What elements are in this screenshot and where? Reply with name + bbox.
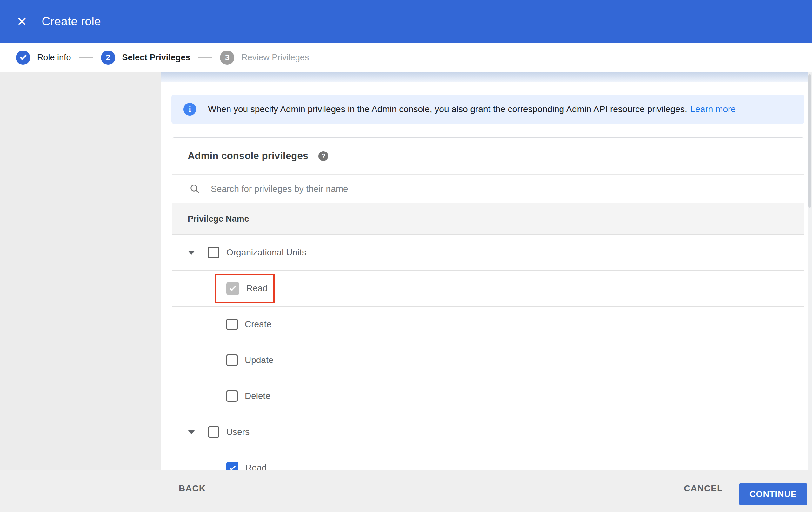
step-label-select-privileges: Select Privileges: [122, 53, 191, 62]
checkbox-delete[interactable]: [226, 390, 238, 402]
learn-more-link[interactable]: Learn more: [690, 104, 736, 114]
card-title: Admin console privileges: [187, 150, 308, 162]
checkbox-read[interactable]: [226, 462, 238, 470]
content-top-strip: [161, 73, 808, 82]
scrollbar[interactable]: [808, 73, 812, 470]
search-row: [172, 174, 804, 203]
page-title: Create role: [42, 15, 101, 28]
step-label-review-privileges: Review Privileges: [241, 53, 309, 62]
step-completed-check-icon: [16, 51, 30, 65]
privilege-label[interactable]: Delete: [245, 391, 270, 401]
privilege-row-create: Create: [172, 306, 804, 342]
privilege-label[interactable]: Create: [245, 319, 271, 329]
step-connector: [198, 57, 212, 58]
privilege-label[interactable]: Organizational Units: [226, 247, 306, 258]
close-icon[interactable]: ✕: [17, 15, 27, 28]
checkbox-create[interactable]: [226, 319, 238, 330]
check-icon: [230, 284, 236, 291]
table-header-row: Privilege Name: [172, 203, 804, 235]
checkbox-users[interactable]: [208, 426, 219, 438]
help-icon[interactable]: ?: [318, 151, 328, 161]
banner-text: When you specify Admin privileges in the…: [208, 104, 687, 114]
step-number-3: 3: [220, 51, 234, 65]
privilege-label[interactable]: Read: [246, 283, 268, 294]
step-connector: [79, 57, 93, 58]
privilege-row-organizational-units: Organizational Units: [172, 235, 804, 270]
privilege-row-update: Update: [172, 342, 804, 378]
privilege-label[interactable]: Update: [245, 355, 273, 365]
privilege-row-read: Read: [172, 270, 804, 306]
privilege-row-delete: Delete: [172, 378, 804, 414]
check-icon: [229, 464, 236, 470]
privilege-label[interactable]: Read: [245, 463, 267, 470]
left-panel: [0, 73, 161, 470]
highlight-box: Read: [214, 274, 274, 303]
cancel-button[interactable]: CANCEL: [684, 483, 723, 493]
stepper: Role info 2 Select Privileges 3 Review P…: [0, 43, 812, 73]
expand-arrow-icon[interactable]: [188, 430, 195, 434]
step-role-info[interactable]: Role info: [16, 51, 71, 65]
privilege-row-users: Users: [172, 414, 804, 450]
step-number-2: 2: [101, 51, 115, 65]
footer-bar: BACK CANCEL CONTINUE: [0, 470, 812, 512]
checkbox-update[interactable]: [226, 354, 238, 366]
back-button[interactable]: BACK: [179, 483, 206, 493]
privileges-card: Admin console privileges ? Privilege Nam…: [172, 137, 804, 470]
continue-button[interactable]: CONTINUE: [739, 483, 807, 505]
privilege-name-header: Privilege Name: [187, 214, 249, 224]
dialog-header: ✕ Create role: [0, 0, 812, 43]
step-review-privileges: 3 Review Privileges: [220, 51, 309, 65]
privilege-rows: Organizational UnitsReadCreateUpdateDele…: [172, 235, 804, 470]
card-header: Admin console privileges ?: [172, 137, 804, 174]
checkbox-read[interactable]: [226, 282, 239, 295]
privilege-row-read: Read: [172, 450, 804, 470]
expand-arrow-icon[interactable]: [188, 251, 195, 255]
search-input[interactable]: [211, 184, 655, 194]
step-label-role-info: Role info: [37, 53, 71, 62]
checkbox-organizational-units[interactable]: [208, 247, 219, 258]
privilege-label[interactable]: Users: [226, 427, 250, 437]
scrollbar-thumb[interactable]: [808, 74, 811, 208]
step-select-privileges[interactable]: 2 Select Privileges: [101, 51, 191, 65]
info-banner: i When you specify Admin privileges in t…: [171, 95, 804, 124]
search-icon: [189, 183, 201, 195]
info-icon: i: [183, 103, 196, 116]
